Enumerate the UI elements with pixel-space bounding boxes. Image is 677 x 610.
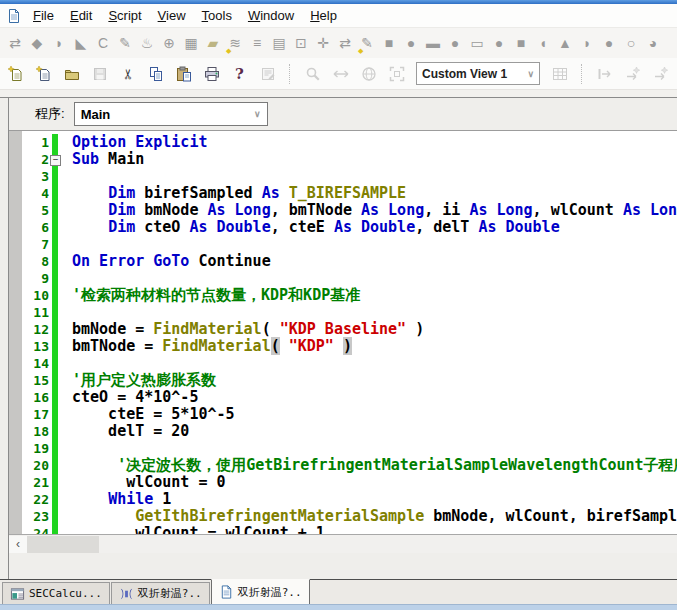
menu-view[interactable]: View (150, 6, 194, 25)
code-line[interactable]: 5 Dim bmNode As Long, bmTNode As Long, i… (22, 202, 677, 219)
code-line[interactable]: 1Option Explicit (22, 134, 677, 151)
new-report-button[interactable] (7, 65, 24, 82)
code-line[interactable]: 10'检索两种材料的节点数量，KDP和KDP基准 (22, 287, 677, 304)
menu-edit[interactable]: Edit (62, 6, 100, 25)
line-number: 7 (22, 236, 52, 253)
code-line[interactable]: 20 '决定波长数，使用GetBirefringentMaterialSampl… (22, 457, 677, 474)
menu-tools[interactable]: Tools (194, 6, 240, 25)
rod-icon[interactable]: ◗ (576, 31, 598, 55)
code-line[interactable]: 2−Sub Main (22, 151, 677, 168)
trace-rays-icon[interactable]: ⇄ (4, 31, 26, 55)
open-button[interactable] (63, 65, 80, 82)
code-line[interactable]: 6 Dim cteO As Double, cteE As Double, de… (22, 219, 677, 236)
source-icon[interactable]: ♨ (136, 31, 158, 55)
panel-filler (9, 553, 677, 579)
menu-window[interactable]: Window (240, 6, 302, 25)
code-line[interactable]: 12bmNode = FindMaterial( "KDP Baseline" … (22, 321, 677, 338)
prism-icon[interactable]: ◣ (70, 31, 92, 55)
code-line[interactable]: 16cteO = 4*10^-5 (22, 389, 677, 406)
program-label: 程序: (35, 105, 65, 123)
print-button[interactable] (203, 65, 220, 82)
tube-icon[interactable]: ○ (620, 31, 642, 55)
run-to-new-button[interactable] (624, 65, 641, 82)
code-text: bmNode = FindMaterial( "KDP Baseline" ) (59, 321, 424, 338)
code-line[interactable]: 22 While 1 (22, 491, 677, 508)
wedge-icon[interactable]: ✎ (114, 31, 136, 55)
code-line[interactable]: 21 wlCount = 0 (22, 474, 677, 491)
paste-button[interactable] (175, 65, 192, 82)
code-line[interactable]: 19 (22, 440, 677, 457)
swap-icon[interactable]: ⇄ (334, 31, 356, 55)
code-line[interactable]: 15'用户定义热膨胀系数 (22, 372, 677, 389)
code-line[interactable]: 7 (22, 236, 677, 253)
plate-icon[interactable]: ▭ (466, 31, 488, 55)
ellipsoid-icon[interactable]: ● (444, 31, 466, 55)
save-button[interactable] (91, 65, 108, 82)
code-area[interactable]: 1Option Explicit2−Sub Main34 Dim birefSa… (22, 131, 677, 534)
goto-line-button[interactable] (596, 65, 613, 82)
half-ellipse-icon[interactable]: ◖ (532, 31, 554, 55)
code-line[interactable]: 18 delT = 20 (22, 423, 677, 440)
tab-3[interactable]: 双折射温?.. (211, 579, 310, 604)
curve-icon[interactable]: C (92, 31, 114, 55)
tab-2[interactable]: 双折射温?.. (111, 582, 210, 604)
breakpoint-margin[interactable] (9, 131, 22, 534)
bar-icon[interactable]: ▬ (422, 31, 444, 55)
copy-button[interactable] (147, 65, 164, 82)
code-text: GetIthBirefringentMaterialSample bmNode,… (59, 508, 677, 525)
menu-help[interactable]: Help (302, 6, 345, 25)
new-script-button[interactable] (35, 65, 52, 82)
ellipse-icon[interactable]: ● (488, 31, 510, 55)
code-line[interactable]: 11 (22, 304, 677, 321)
code-editor[interactable]: 1Option Explicit2−Sub Main34 Dim birefSa… (9, 130, 677, 534)
expand-view-button[interactable] (388, 65, 405, 82)
fit-width-button[interactable] (332, 65, 349, 82)
zoom-button[interactable] (304, 65, 321, 82)
code-line[interactable]: 9 (22, 270, 677, 287)
menu-file[interactable]: File (25, 6, 62, 25)
change-bar (52, 474, 59, 491)
wheel-icon[interactable]: ⊕ (158, 31, 180, 55)
scrollbar-thumb[interactable] (27, 536, 99, 553)
line-number: 4 (22, 185, 52, 202)
waves-icon[interactable]: ≋◆ (224, 31, 246, 55)
tab-1[interactable]: SECCalcu... (2, 582, 110, 604)
code-line[interactable]: 13bmTNode = FindMaterial( "KDP" ) (22, 338, 677, 355)
code-line[interactable]: 4 Dim birefSampled As T_BIREFSAMPLE (22, 185, 677, 202)
menu-script[interactable]: Script (100, 6, 149, 25)
run-to-new2-button[interactable] (652, 65, 669, 82)
pen-icon[interactable]: ✎◆ (356, 31, 378, 55)
change-bar (52, 508, 59, 525)
block-icon[interactable]: ■ (378, 31, 400, 55)
notes-icon[interactable]: ▤ (268, 31, 290, 55)
code-line[interactable]: 17 cteE = 5*10^-5 (22, 406, 677, 423)
code-line[interactable]: 8On Error GoTo Continue (22, 253, 677, 270)
plot-icon[interactable]: ⊡ (290, 31, 312, 55)
fold-collapse-icon[interactable]: − (50, 155, 61, 166)
layers-icon[interactable]: ≡ (246, 31, 268, 55)
scroll-left-icon[interactable]: ‹ (9, 536, 27, 553)
custom-view-combo[interactable]: Custom View 1∨ (416, 62, 540, 85)
cut-button[interactable]: ✂ (119, 65, 136, 82)
slab-icon[interactable]: ▰ (202, 31, 224, 55)
ring-icon[interactable]: ◕ (642, 31, 664, 55)
change-bar (52, 457, 59, 474)
cone-icon[interactable]: ▲ (554, 31, 576, 55)
edit-form-button[interactable] (259, 65, 276, 82)
delete-view-button[interactable] (551, 65, 568, 82)
cube-icon[interactable]: ■ (510, 31, 532, 55)
move-icon[interactable]: ✛ (312, 31, 334, 55)
capsule-icon[interactable]: ● (598, 31, 620, 55)
code-line[interactable]: 24 wlCount = wlCount + 1 (22, 525, 677, 534)
help-button[interactable]: ? (231, 65, 248, 82)
grating-icon[interactable]: ▦ (180, 31, 202, 55)
lens-half-icon[interactable]: ◗ (48, 31, 70, 55)
horizontal-scrollbar[interactable]: ‹ (9, 534, 677, 553)
program-combo[interactable]: Main ∨ (74, 102, 268, 126)
globe-button[interactable] (360, 65, 377, 82)
code-line[interactable]: 23 GetIthBirefringentMaterialSample bmNo… (22, 508, 677, 525)
code-line[interactable]: 14 (22, 355, 677, 372)
lens-biconvex-icon[interactable]: ◆ (26, 31, 48, 55)
code-line[interactable]: 3 (22, 168, 677, 185)
sphere-icon[interactable]: ● (400, 31, 422, 55)
